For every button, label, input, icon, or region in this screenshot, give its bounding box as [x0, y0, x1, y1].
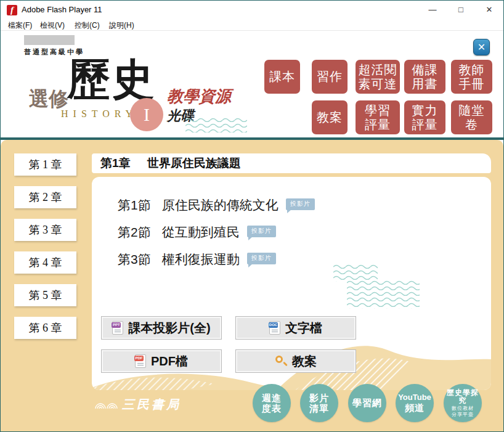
section-title: 原住民族的傳統文化: [162, 198, 278, 212]
file-button-label: 教案: [292, 353, 317, 370]
chapter-title-bar: 第1章 世界原住民族議題: [92, 153, 491, 173]
video-list-button[interactable]: 影片 清單: [300, 384, 338, 422]
lesson-plan-search-button[interactable]: 教案: [235, 349, 356, 373]
magnifier-icon: [275, 355, 287, 367]
title-english: HISTORY: [61, 108, 137, 120]
youtube-channel-button[interactable]: YouTube 頻道: [396, 384, 434, 422]
pdf-file-button[interactable]: PDF PDF檔: [101, 349, 222, 373]
close-window-button[interactable]: ✕: [475, 1, 503, 19]
slides-badge[interactable]: 投影片: [247, 253, 276, 264]
doc-file-icon: DOC: [269, 321, 280, 335]
wave-decoration: [185, 116, 247, 132]
history-research-platform-button[interactable]: 歷史學探究 數位教材 分享平臺: [444, 384, 482, 422]
header: 普通型高級中學 選修 歷史 HISTORY I 教學資源 光碟 ✕ 課本 習作 …: [1, 31, 503, 137]
textbook-slides-button[interactable]: PPT 課本投影片(全): [101, 316, 222, 340]
section-number: 第3節: [118, 252, 151, 266]
subtitle-resources: 教學資源: [167, 86, 231, 107]
sidebar-item-chapter-1[interactable]: 第 1 章: [14, 153, 76, 176]
weekly-progress-button[interactable]: 週進 度表: [253, 384, 291, 422]
menu-control[interactable]: 控制(C): [72, 20, 102, 31]
menu-file[interactable]: 檔案(F): [6, 20, 35, 31]
sidebar-item-chapter-3[interactable]: 第 3 章: [14, 219, 76, 241]
chapter-number: 第1章: [100, 157, 131, 169]
sidebar-item-chapter-2[interactable]: 第 2 章: [14, 186, 76, 208]
section-title: 從互動到殖民: [162, 225, 240, 239]
pdf-file-icon: PDF: [135, 354, 146, 368]
ppt-file-icon: PPT: [112, 321, 123, 335]
resource-button-reading[interactable]: 超活閱 素可達: [356, 60, 400, 94]
window-title: Adobe Flash Player 11: [22, 5, 102, 14]
maximize-button[interactable]: □: [447, 1, 475, 19]
file-button-label: PDF檔: [151, 353, 188, 370]
publisher-logo: 三民書局: [94, 396, 181, 413]
content-area: 第 1 章 第 2 章 第 3 章 第 4 章 第 5 章 第 6 章 第1章 …: [1, 140, 503, 432]
text-file-button[interactable]: DOC 文字檔: [235, 316, 356, 340]
file-button-label: 文字檔: [285, 320, 322, 336]
section-number: 第1節: [118, 198, 151, 212]
sidebar-item-chapter-4[interactable]: 第 4 章: [14, 251, 76, 274]
arches-icon: [94, 400, 119, 409]
chapter-content-panel: 第1節原住民族的傳統文化投影片 第2節從互動到殖民投影片 第3節權利復振運動投影…: [92, 177, 491, 390]
section-row-1[interactable]: 第1節原住民族的傳統文化投影片: [118, 197, 315, 213]
section-number: 第2節: [118, 225, 151, 239]
resource-button-textbook[interactable]: 課本: [264, 60, 300, 94]
slides-badge[interactable]: 投影片: [286, 198, 315, 210]
resource-button-prep-book[interactable]: 備課 用書: [404, 60, 445, 94]
flash-player-window: f Adobe Flash Player 11 — □ ✕ 檔案(F) 檢視(V…: [0, 0, 504, 432]
resource-button-lesson-plan[interactable]: 教案: [312, 100, 348, 134]
menu-bar: 檔案(F) 檢視(V) 控制(C) 說明(H): [1, 19, 503, 31]
publisher-logo-placeholder: [24, 35, 75, 45]
resource-button-quiz[interactable]: 隨堂 卷: [451, 100, 492, 134]
publisher-name: 三民書局: [122, 396, 181, 413]
menu-help[interactable]: 說明(H): [107, 20, 137, 31]
section-row-2[interactable]: 第2節從互動到殖民投影片: [118, 224, 276, 240]
title-bar: f Adobe Flash Player 11 — □ ✕: [1, 1, 503, 19]
resource-button-teacher-manual[interactable]: 教師 手冊: [451, 60, 492, 94]
minimize-button[interactable]: —: [418, 1, 447, 19]
wave-decoration: [347, 279, 420, 309]
section-row-3[interactable]: 第3節權利復振運動投影片: [118, 251, 276, 267]
slides-badge[interactable]: 投影片: [247, 226, 276, 237]
chapter-name: 世界原住民族議題: [147, 157, 241, 169]
resource-button-ability-assessment[interactable]: 實力 評量: [404, 100, 445, 134]
resource-button-learning-assessment[interactable]: 學習 評量: [356, 100, 400, 134]
menu-view[interactable]: 檢視(V): [38, 20, 67, 31]
volume-badge: I: [130, 98, 163, 131]
file-button-label: 課本投影片(全): [128, 320, 210, 336]
sidebar-item-chapter-6[interactable]: 第 6 章: [14, 317, 76, 339]
header-close-button[interactable]: ✕: [473, 39, 490, 55]
learning-web-button[interactable]: 學習網: [348, 384, 386, 422]
section-title: 權利復振運動: [162, 252, 240, 266]
sidebar-item-chapter-5[interactable]: 第 5 章: [14, 284, 76, 306]
flash-player-icon: f: [7, 5, 17, 15]
resource-button-workbook[interactable]: 習作: [312, 60, 348, 94]
